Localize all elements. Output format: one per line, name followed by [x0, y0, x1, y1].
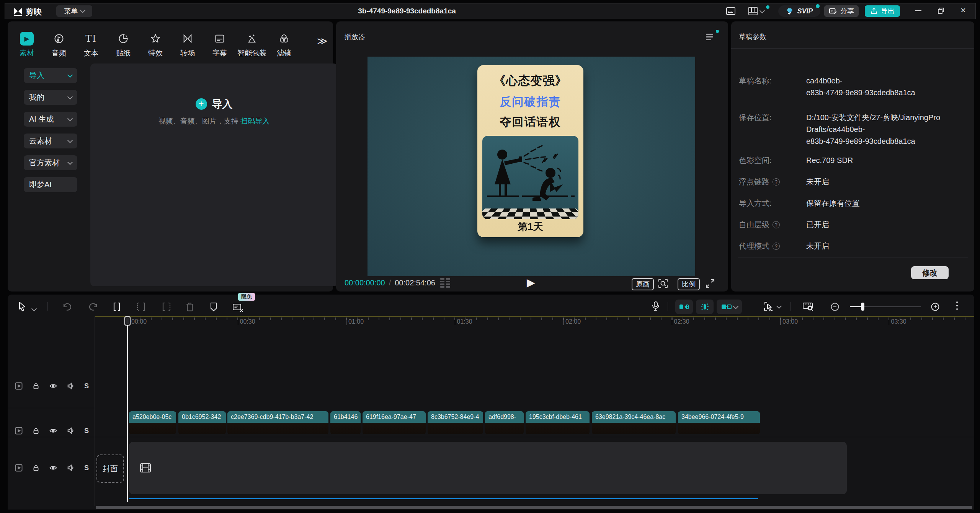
- timeline-ruler[interactable]: 00:0000:3001:0001:3002:0002:3003:0003:30: [95, 316, 974, 327]
- window-restore-button[interactable]: [938, 7, 944, 14]
- tab-filters[interactable]: 滤镜: [268, 31, 300, 58]
- zoom-out-button[interactable]: [830, 302, 840, 312]
- project-title: 3b-4749-9e89-93cdedb8a1ca: [311, 7, 503, 15]
- select-tool[interactable]: [18, 301, 27, 311]
- timeline-clip[interactable]: a520eb0e-05c: [129, 411, 176, 434]
- horizontal-scrollbar[interactable]: [96, 506, 972, 509]
- lock-icon[interactable]: [32, 464, 40, 472]
- tab-media[interactable]: ▶ 素材: [11, 31, 43, 58]
- tab-smart-pack[interactable]: 智能包装: [236, 31, 268, 58]
- select-mode-button[interactable]: [763, 301, 781, 312]
- player-menu-icon[interactable]: [706, 34, 713, 40]
- delete-left-tool[interactable]: [136, 302, 147, 312]
- solo-icon[interactable]: S: [84, 464, 89, 472]
- eye-icon[interactable]: [49, 382, 57, 390]
- tab-audio[interactable]: 音频: [43, 31, 75, 58]
- svip-dot: [816, 4, 820, 8]
- window-close-button[interactable]: ×: [960, 5, 966, 16]
- timeline-clip[interactable]: 0b1c6952-342: [178, 411, 226, 434]
- zoom-preview-icon[interactable]: [658, 278, 668, 289]
- sidebar-item-jimeng-ai[interactable]: 即梦AI: [24, 177, 77, 192]
- modify-button[interactable]: 修改: [911, 266, 949, 279]
- preview-quality-grid-icon[interactable]: [439, 278, 452, 288]
- timeline-zoom-slider[interactable]: [850, 306, 921, 307]
- help-icon[interactable]: ?: [773, 243, 780, 250]
- sidebar-item-official[interactable]: 官方素材: [24, 155, 77, 170]
- timeline-clip[interactable]: 63e9821a-39c4-46ea-8ac: [592, 411, 676, 434]
- sidebar-item-ai-generate[interactable]: AI 生成: [24, 112, 77, 127]
- sidebar-item-mine[interactable]: 我的: [24, 90, 77, 105]
- app-logo: 剪映: [13, 7, 42, 17]
- sidebar-item-cloud[interactable]: 云素材: [24, 134, 77, 148]
- import-button[interactable]: + 导入: [90, 97, 338, 111]
- solo-icon[interactable]: S: [84, 382, 89, 390]
- playhead-line[interactable]: [127, 317, 128, 502]
- slider-handle[interactable]: [861, 303, 864, 311]
- split-tool[interactable]: [112, 302, 122, 312]
- solo-icon[interactable]: S: [84, 427, 89, 435]
- caption-clear-tool[interactable]: [232, 303, 244, 313]
- speaker-icon[interactable]: [67, 464, 75, 472]
- share-button[interactable]: 分享: [824, 5, 859, 17]
- player-title: 播放器: [345, 32, 365, 41]
- media-panel: ▶ 素材 音频 TI 文本 贴纸 特效 转场: [8, 21, 333, 292]
- lock-icon[interactable]: [32, 427, 40, 435]
- delete-right-tool[interactable]: [160, 302, 172, 312]
- speaker-icon[interactable]: [67, 382, 75, 390]
- tab-captions[interactable]: 字幕: [204, 31, 236, 58]
- lock-icon[interactable]: [32, 382, 40, 390]
- timeline-clip[interactable]: adf6d998-: [485, 411, 524, 434]
- delete-button[interactable]: [185, 302, 194, 312]
- record-voiceover-button[interactable]: [651, 301, 661, 312]
- timeline-clip[interactable]: 8c3b6752-84e9-4: [428, 411, 483, 434]
- sidebar-item-import[interactable]: 导入: [24, 68, 77, 83]
- export-button[interactable]: 导出: [865, 5, 900, 17]
- aspect-ratio-button[interactable]: 比例: [678, 278, 700, 290]
- fullscreen-button[interactable]: [705, 278, 715, 288]
- mark-tool[interactable]: [209, 302, 218, 312]
- svip-button[interactable]: SVIP: [778, 5, 820, 17]
- timeline-more-button[interactable]: [956, 301, 958, 310]
- expand-tabs-button[interactable]: ≫: [317, 35, 327, 47]
- clip-name: 619f16ea-97ae-47: [363, 411, 426, 423]
- ruler-label: 00:00: [129, 318, 147, 325]
- save-location-label: 保存位置:: [739, 112, 772, 123]
- timeline-clip[interactable]: 61b4146: [330, 411, 361, 434]
- auto-ripple-toggle[interactable]: [675, 300, 693, 314]
- import-dropzone[interactable]: + 导入 视频、音频、图片，支持 扫码导入: [90, 64, 338, 286]
- help-icon[interactable]: ?: [773, 221, 780, 228]
- play-button[interactable]: ▶: [527, 276, 535, 289]
- select-tool-chevron[interactable]: [32, 305, 36, 312]
- caption-panel-icon[interactable]: [726, 7, 736, 16]
- tab-text[interactable]: TI 文本: [75, 31, 107, 58]
- link-toggle[interactable]: [717, 300, 742, 314]
- menu-button[interactable]: 菜单: [56, 5, 92, 17]
- layout-switch-button[interactable]: [748, 7, 764, 16]
- help-icon[interactable]: ?: [773, 178, 780, 186]
- layout-icon: [748, 7, 758, 16]
- tab-effects[interactable]: 特效: [139, 31, 172, 58]
- tab-sticker[interactable]: 贴纸: [107, 31, 139, 58]
- timeline-clip[interactable]: 619f16ea-97ae-47: [363, 411, 426, 434]
- scan-import-link[interactable]: 扫码导入: [240, 117, 270, 125]
- timeline-clip[interactable]: c2ee7369-cdb9-417b-b3a7-42: [227, 411, 328, 434]
- preview-axis-toggle[interactable]: [696, 300, 714, 314]
- timeline-clip[interactable]: 195c3cbf-dbeb-461: [526, 411, 590, 434]
- clip-name: adf6d998-: [485, 411, 524, 423]
- playhead-hand[interactable]: [124, 316, 131, 326]
- window-minimize-button[interactable]: [915, 10, 921, 11]
- tab-transition[interactable]: 转场: [172, 31, 204, 58]
- speaker-icon[interactable]: [67, 427, 75, 435]
- divider: [8, 437, 974, 437]
- clip-name: 63e9821a-39c4-46ea-8ac: [592, 411, 676, 423]
- eye-icon[interactable]: [49, 427, 57, 435]
- timeline-scale-button[interactable]: [802, 301, 814, 312]
- original-quality-button[interactable]: 原画: [632, 278, 654, 290]
- undo-button[interactable]: [62, 302, 72, 312]
- redo-button[interactable]: [88, 302, 98, 312]
- eye-icon[interactable]: [49, 464, 57, 472]
- cover-button[interactable]: 封面: [96, 454, 124, 483]
- zoom-in-button[interactable]: [930, 302, 940, 312]
- timeline-clip[interactable]: 34bee966-0724-4fe5-9: [678, 411, 760, 434]
- main-video-track[interactable]: [129, 442, 847, 494]
